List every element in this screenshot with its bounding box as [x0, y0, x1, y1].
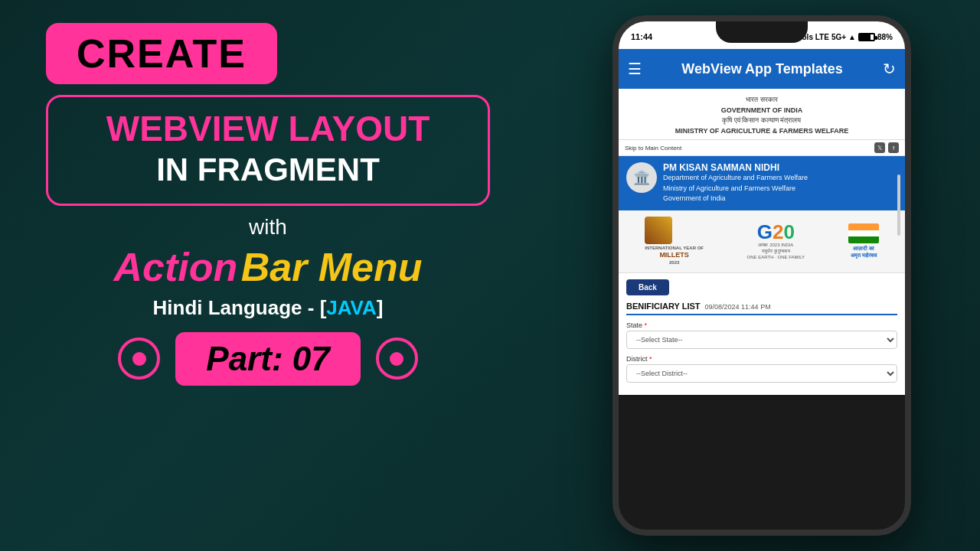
phone-body: 11:44 Vols LTE 5G+ ▲ 88% ☰ WebView App T…: [612, 15, 911, 536]
webview-layout-text: WEBVIEW LAYOUT: [71, 109, 465, 148]
g20-text: G20: [747, 222, 805, 242]
status-time: 11:44: [631, 32, 652, 41]
gov-header: भारत सरकार GOVERNMENT OF INDIA कृषि एवं …: [619, 89, 905, 140]
battery-icon: [858, 33, 875, 41]
benef-title-text: BENIFICIARY LIST: [626, 302, 701, 311]
phone-notch: [716, 21, 808, 43]
state-form-group: State * --Select State--: [626, 321, 897, 349]
signal-bars: ▲: [848, 33, 856, 41]
battery-pct: 88%: [877, 33, 893, 41]
create-badge: CREATE: [46, 23, 277, 84]
circle-right: [376, 337, 418, 380]
refresh-icon[interactable]: ↻: [883, 60, 896, 78]
skip-text[interactable]: Skip to Main Content: [625, 145, 681, 152]
facebook-icon[interactable]: f: [888, 142, 899, 153]
azadi-text: आज़ादी काअमृत महोत्सव: [848, 245, 879, 259]
gov-line-2: GOVERNMENT OF INDIA: [622, 106, 902, 116]
logos-section: INTERNATIONAL YEAR OFMILLETS2023 G20 अध्…: [619, 210, 905, 273]
twitter-icon[interactable]: 𝕏: [874, 142, 885, 153]
g20-subtitle: अध्यक्ष 2023 INDIAवसुधैव कुटुम्बकमONE EA…: [747, 242, 805, 261]
skip-bar: Skip to Main Content 𝕏 f: [619, 140, 905, 156]
pm-dept3: Government of India: [663, 194, 808, 204]
gov-hindi-3: कृषि एवं किसान कल्याण मंत्रालय: [622, 116, 902, 126]
with-text: with: [46, 215, 490, 240]
battery-fill: [860, 34, 871, 40]
pm-dept1: Department of Agriculture and Farmers We…: [663, 173, 808, 184]
emblem-icon: 🏛️: [626, 162, 657, 193]
pm-dept2: Ministry of Agriculture and Farmers Welf…: [663, 184, 808, 194]
benef-date: 09/08/2024 11:44 PM: [705, 303, 771, 311]
action-bar-menu: Action Bar Menu: [46, 244, 490, 290]
district-label: District *: [626, 355, 897, 363]
pm-kisan-header: 🏛️ PM KISAN SAMMAN NIDHI Department of A…: [619, 156, 905, 210]
hamburger-icon[interactable]: ☰: [628, 60, 642, 78]
bar-menu-text: Bar Menu: [241, 245, 423, 289]
part-section: Part: 07: [46, 332, 490, 386]
part-label: Part: 07: [206, 340, 329, 377]
hindi-java-text: Hindi Language - [JAVA]: [46, 296, 490, 320]
gov-line-4: MINISTRY OF AGRICULTURE & FARMERS WELFAR…: [622, 126, 902, 137]
circle-inner-right: [390, 352, 403, 366]
phone-scrollbar[interactable]: [897, 174, 900, 236]
gov-hindi-1: भारत सरकार: [622, 95, 902, 106]
millets-img: [645, 217, 672, 244]
state-select[interactable]: --Select State--: [626, 331, 897, 349]
millets-logo: INTERNATIONAL YEAR OFMILLETS2023: [645, 217, 704, 266]
5g-signal: 5G+: [831, 33, 846, 41]
left-panel: CREATE WEBVIEW LAYOUT IN FRAGMENT with A…: [46, 23, 490, 386]
back-button[interactable]: Back: [626, 279, 669, 295]
phone-container: 11:44 Vols LTE 5G+ ▲ 88% ☰ WebView App T…: [612, 15, 919, 536]
java-text: JAVA: [326, 296, 377, 319]
web-content: भारत सरकार GOVERNMENT OF INDIA कृषि एवं …: [619, 89, 905, 395]
in-fragment-text: IN FRAGMENT: [71, 152, 465, 188]
beneficiary-section: Back BENIFICIARY LIST 09/08/2024 11:44 P…: [619, 273, 905, 395]
pm-kisan-text-block: PM KISAN SAMMAN NIDHI Department of Agri…: [663, 162, 808, 204]
pm-kisan-title: PM KISAN SAMMAN NIDHI: [663, 162, 808, 173]
create-label: CREATE: [77, 31, 247, 76]
app-bar-title: WebView App Templates: [649, 61, 875, 77]
state-required: *: [645, 321, 648, 329]
state-label: State *: [626, 321, 897, 329]
circle-left: [118, 337, 160, 380]
action-text: Action: [113, 245, 237, 289]
azadi-logo: आज़ादी काअमृत महोत्सव: [848, 223, 879, 259]
app-bar: ☰ WebView App Templates ↻: [619, 49, 905, 89]
status-right: Vols LTE 5G+ ▲ 88%: [798, 33, 893, 41]
millets-text: INTERNATIONAL YEAR OFMILLETS2023: [645, 246, 704, 266]
azadi-flag: [848, 223, 879, 243]
social-icons: 𝕏 f: [874, 142, 899, 153]
district-required: *: [649, 355, 652, 363]
part-badge: Part: 07: [175, 332, 360, 386]
district-select[interactable]: --Select District--: [626, 364, 897, 383]
g20-logo: G20 अध्यक्ष 2023 INDIAवसुधैव कुटुम्बकमON…: [747, 222, 805, 261]
district-form-group: District * --Select District--: [626, 355, 897, 383]
benef-title-row: BENIFICIARY LIST 09/08/2024 11:44 PM: [626, 302, 897, 315]
main-box: WEBVIEW LAYOUT IN FRAGMENT: [46, 95, 490, 206]
circle-inner-left: [132, 352, 146, 366]
